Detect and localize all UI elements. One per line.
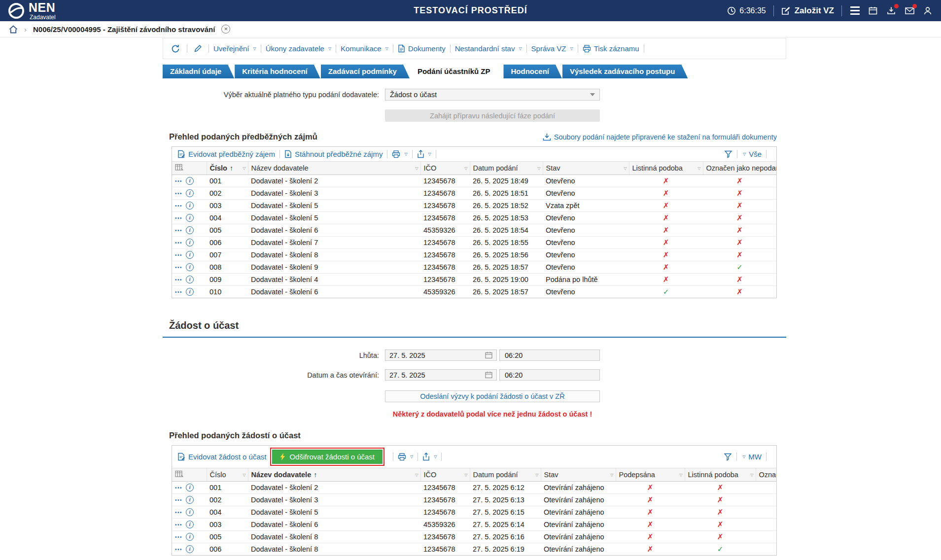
- row-menu-icon[interactable]: •••: [175, 289, 182, 295]
- tab-hodnoceni[interactable]: Hodnocení: [503, 65, 562, 78]
- column-header-nepodany[interactable]: Označen jako nepodaný▽: [703, 162, 776, 175]
- row-info-icon[interactable]: i: [186, 496, 194, 504]
- calendar-button[interactable]: [868, 5, 878, 16]
- zalozit-vz-button[interactable]: Založit VZ: [781, 6, 834, 16]
- chevron-down-icon[interactable]: ▽: [415, 473, 418, 477]
- tab-vysledek-zadavaciho-postupu[interactable]: Výsledek zadávacího postupu: [562, 65, 688, 78]
- chevron-down-icon[interactable]: ▽: [535, 473, 538, 477]
- profile-button[interactable]: [922, 5, 933, 16]
- chevron-down-icon[interactable]: ▽: [415, 166, 418, 171]
- row-info-icon[interactable]: i: [186, 545, 194, 553]
- row-menu-icon[interactable]: •••: [175, 240, 182, 245]
- column-header-nazev[interactable]: Název dodavatele↑▽: [248, 468, 420, 481]
- action-dokumenty[interactable]: Dokumenty: [398, 44, 446, 53]
- calendar-icon[interactable]: [485, 351, 492, 359]
- print-table-button[interactable]: ▽: [398, 453, 413, 461]
- tab-zadavaci-podminky[interactable]: Zadávací podmínky: [321, 65, 410, 78]
- row-menu-icon[interactable]: •••: [175, 228, 182, 233]
- chevron-down-icon[interactable]: ▽: [243, 473, 245, 477]
- messages-button[interactable]: [904, 5, 915, 16]
- opening-date-input[interactable]: 27. 5. 2025: [385, 369, 497, 381]
- chevron-down-icon[interactable]: ▽: [679, 473, 682, 477]
- row-info-icon[interactable]: i: [186, 508, 194, 516]
- row-info-icon[interactable]: i: [186, 533, 194, 541]
- files-download-link[interactable]: Soubory podání najdete připravené ke sta…: [543, 133, 777, 141]
- next-phase-button[interactable]: Zahájit přípravu následující fáze podání: [385, 109, 600, 122]
- row-menu-icon[interactable]: •••: [175, 215, 182, 221]
- lhuta-date-input[interactable]: 27. 5. 2025: [385, 350, 497, 361]
- decrypt-requests-button[interactable]: Odšifrovat žádosti o účast: [272, 450, 383, 464]
- row-info-icon[interactable]: i: [186, 276, 194, 283]
- row-info-icon[interactable]: i: [186, 202, 194, 210]
- column-header-ico[interactable]: IČO▽: [420, 468, 470, 481]
- column-header-stav[interactable]: Stav▽: [543, 162, 629, 175]
- row-info-icon[interactable]: i: [186, 189, 194, 197]
- column-header-cislo[interactable]: Číslo▽: [207, 468, 248, 481]
- tab-kriteria-hodnoceni[interactable]: Kritéria hodnocení: [235, 65, 320, 78]
- column-chooser-header[interactable]: [172, 162, 207, 175]
- row-menu-icon[interactable]: •••: [175, 522, 182, 527]
- action-uverejneni[interactable]: Uveřejnění▽: [213, 44, 256, 53]
- row-menu-icon[interactable]: •••: [175, 497, 182, 503]
- submission-type-select[interactable]: Žádost o účast: [385, 89, 600, 101]
- row-info-icon[interactable]: i: [186, 521, 194, 528]
- send-invitation-button[interactable]: Odeslání výzvy k podání žádosti o účast …: [385, 390, 600, 402]
- row-info-icon[interactable]: i: [186, 263, 194, 271]
- lhuta-time-input[interactable]: 06:20: [499, 350, 600, 361]
- action-sprava-vz[interactable]: Správa VZ▽: [531, 44, 573, 53]
- chevron-down-icon[interactable]: ▽: [464, 473, 467, 477]
- filter-button[interactable]: [724, 150, 732, 158]
- row-menu-icon[interactable]: •••: [175, 510, 182, 515]
- row-menu-icon[interactable]: •••: [175, 252, 182, 258]
- chevron-down-icon[interactable]: ▽: [610, 473, 613, 477]
- row-menu-icon[interactable]: •••: [175, 191, 182, 196]
- tab-podani-ucastniku-zp[interactable]: Podání účastníků ZP: [410, 65, 503, 78]
- row-menu-icon[interactable]: •••: [175, 203, 182, 209]
- action-ukony-zadavatele[interactable]: Úkony zadavatele▽: [266, 44, 331, 53]
- chevron-down-icon[interactable]: ▽: [464, 166, 467, 171]
- row-menu-icon[interactable]: •••: [175, 547, 182, 552]
- calendar-icon[interactable]: [485, 371, 492, 379]
- chevron-down-icon[interactable]: ▽: [697, 166, 700, 171]
- column-chooser-header[interactable]: [172, 468, 207, 481]
- chevron-down-icon[interactable]: ▽: [771, 473, 774, 477]
- refresh-button[interactable]: [169, 44, 182, 53]
- chevron-down-icon[interactable]: ▽: [243, 166, 245, 171]
- action-tisk-zaznamu[interactable]: Tisk záznamu: [583, 44, 639, 53]
- export-table-button[interactable]: ▽: [422, 453, 437, 461]
- row-info-icon[interactable]: i: [186, 177, 194, 185]
- tab-zakladni-udaje[interactable]: Základní údaje: [163, 65, 234, 78]
- downloads-button[interactable]: [886, 5, 897, 16]
- chevron-down-icon[interactable]: ▽: [771, 166, 774, 171]
- row-menu-icon[interactable]: •••: [175, 485, 182, 490]
- edit-record-button[interactable]: [192, 44, 204, 53]
- home-icon[interactable]: [9, 25, 18, 34]
- row-info-icon[interactable]: i: [186, 239, 194, 246]
- row-info-icon[interactable]: i: [186, 226, 194, 234]
- action-komunikace[interactable]: Komunikace▽: [341, 44, 388, 53]
- column-header-podepsana[interactable]: Podepsána▽: [616, 468, 685, 481]
- column-header-cislo[interactable]: Číslo↑▽: [207, 162, 248, 175]
- view-filter-select[interactable]: ▽MW: [741, 453, 762, 461]
- row-menu-icon[interactable]: •••: [175, 178, 182, 184]
- column-header-oznacen[interactable]: Označen jako nepodaný▽: [756, 468, 776, 481]
- evidovat-predbezny-link[interactable]: Evidovat předběžný zájem: [177, 150, 275, 158]
- column-header-listinna[interactable]: Listinná podoba▽: [629, 162, 703, 175]
- column-header-ico[interactable]: IČO▽: [420, 162, 470, 175]
- filter-button[interactable]: [724, 453, 732, 461]
- close-record-icon[interactable]: ×: [221, 25, 230, 34]
- row-menu-icon[interactable]: •••: [175, 277, 182, 282]
- row-menu-icon[interactable]: •••: [175, 265, 182, 270]
- row-menu-icon[interactable]: •••: [175, 534, 182, 540]
- chevron-down-icon[interactable]: ▽: [537, 166, 540, 171]
- row-info-icon[interactable]: i: [186, 484, 194, 491]
- chevron-down-icon[interactable]: ▽: [750, 473, 753, 477]
- chevron-down-icon[interactable]: ▽: [624, 166, 627, 171]
- stahnout-predbezne-link[interactable]: Stáhnout předběžné zájmy: [284, 150, 383, 158]
- column-header-datum[interactable]: Datum podání▽: [470, 162, 543, 175]
- row-info-icon[interactable]: i: [186, 251, 194, 259]
- opening-time-input[interactable]: 06:20: [499, 369, 600, 381]
- column-header-datum[interactable]: Datum podání▽: [470, 468, 541, 481]
- row-info-icon[interactable]: i: [186, 288, 194, 296]
- row-info-icon[interactable]: i: [186, 214, 194, 222]
